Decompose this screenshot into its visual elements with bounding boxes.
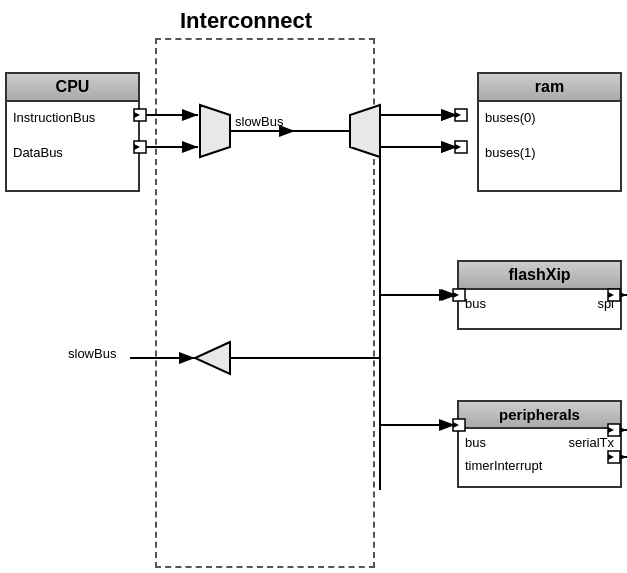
ram-body: buses(0) buses(1) — [479, 102, 620, 168]
ram-block: ram buses(0) buses(1) — [477, 72, 622, 192]
peri-left-port: bus — [465, 435, 486, 450]
peri-body: bus serialTx timerInterrupt — [459, 429, 620, 479]
instruction-bus-label: InstructionBus — [13, 110, 95, 125]
peri-header: peripherals — [459, 402, 620, 429]
peripherals-block: peripherals bus serialTx timerInterrupt — [457, 400, 622, 488]
interconnect-box — [155, 38, 375, 568]
svg-marker-32 — [455, 144, 461, 150]
peri-serial-tx: serialTx — [568, 435, 614, 450]
ram-port-1-label: buses(1) — [485, 145, 536, 160]
flash-block: flashXip bus spi — [457, 260, 622, 330]
svg-text:slowBus: slowBus — [68, 346, 117, 361]
cpu-block: CPU InstructionBus DataBus — [5, 72, 140, 192]
peri-port-1: timerInterrupt — [465, 458, 614, 473]
svg-rect-31 — [455, 141, 467, 153]
peri-port-0: bus serialTx — [465, 435, 614, 450]
flash-body: bus spi — [459, 290, 620, 317]
data-bus-label: DataBus — [13, 145, 63, 160]
flash-header: flashXip — [459, 262, 620, 290]
page-title: Interconnect — [180, 8, 312, 34]
svg-rect-29 — [455, 109, 467, 121]
ram-port-1: buses(1) — [485, 145, 614, 160]
svg-marker-30 — [455, 112, 461, 118]
diagram-container: Interconnect CPU InstructionBus DataBus … — [0, 0, 627, 573]
ram-port-0-label: buses(0) — [485, 110, 536, 125]
cpu-body: InstructionBus DataBus — [7, 102, 138, 168]
cpu-header: CPU — [7, 74, 138, 102]
peri-timer-interrupt: timerInterrupt — [465, 458, 542, 473]
ram-header: ram — [479, 74, 620, 102]
data-bus-port: DataBus — [13, 145, 132, 160]
flash-right-port: spi — [597, 296, 614, 311]
ram-port-0: buses(0) — [485, 110, 614, 125]
flash-left-port: bus — [465, 296, 486, 311]
instruction-bus-port: InstructionBus — [13, 110, 132, 125]
